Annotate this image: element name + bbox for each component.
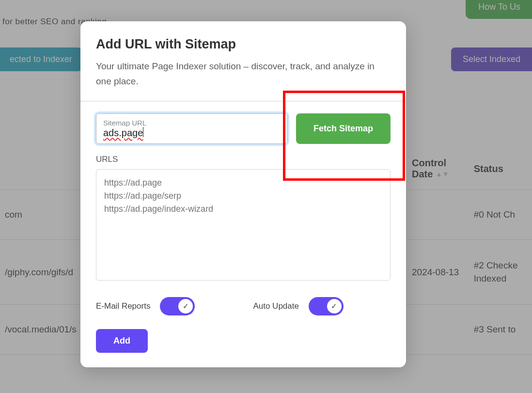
urls-section-label: URLS	[96, 155, 391, 164]
auto-update-label: Auto Update	[253, 301, 299, 311]
modal-subtitle: Your ultimate Page Indexer solution – di…	[96, 59, 391, 89]
sitemap-url-label: Sitemap URL	[103, 119, 280, 127]
modal-title: Add URL with Sitemap	[96, 37, 391, 52]
sitemap-url-value: ads.page	[103, 127, 143, 138]
check-icon: ✓	[327, 299, 342, 314]
check-icon: ✓	[178, 299, 193, 314]
add-url-sitemap-modal: Add URL with Sitemap Your ultimate Page …	[80, 21, 406, 367]
email-reports-toggle[interactable]: ✓	[160, 297, 195, 315]
urls-textarea[interactable]	[96, 169, 391, 281]
email-reports-label: E-Mail Reports	[96, 301, 150, 311]
sitemap-url-input[interactable]: Sitemap URL ads.page	[96, 113, 287, 144]
fetch-sitemap-button[interactable]: Fetch Sitemap	[296, 113, 391, 144]
add-button[interactable]: Add	[96, 329, 148, 353]
text-caret	[143, 127, 143, 137]
auto-update-toggle[interactable]: ✓	[309, 297, 344, 315]
